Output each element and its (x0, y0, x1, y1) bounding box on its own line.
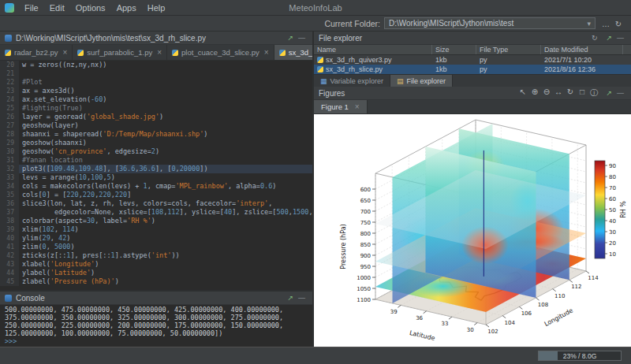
pan-icon[interactable]: ↔ (552, 87, 564, 98)
line-number: 27 (0, 121, 19, 130)
line-number: 26 (0, 113, 19, 121)
code-line: 43xlabel('Longitude') (0, 260, 312, 269)
editor-tab[interactable]: plot_cuace_3d_slice.py× (167, 45, 274, 60)
python-file-icon (5, 50, 11, 56)
svg-text:40: 40 (609, 218, 616, 225)
svg-text:1100: 1100 (357, 297, 371, 303)
svg-text:108: 108 (538, 302, 548, 308)
line-number: 22 (0, 78, 19, 87)
close-tab-icon[interactable]: × (264, 48, 269, 57)
svg-text:80: 80 (609, 174, 616, 180)
file-cell: 2021/8/16 12:36 (541, 65, 623, 73)
code-editor[interactable]: 20w = zeros((nz,ny,nx))2122#Plot23ax = a… (0, 61, 312, 290)
console-output[interactable]: 500.00000000, 475.00000000, 450.00000000… (0, 305, 312, 347)
file-explorer-panel: File explorer ↻ ↗— NameSizeFile TypeDate… (314, 32, 631, 87)
file-row[interactable]: sx_3d_rh_slice.py1kbpy2021/8/16 12:36 (314, 65, 631, 74)
full-extent-icon[interactable]: □ (576, 87, 588, 98)
line-number: 42 (0, 251, 19, 260)
svg-text:600: 600 (360, 187, 371, 193)
file-explorer-title-bar: File explorer ↻ ↗— (314, 32, 631, 45)
figure-tabrow: Figure 1 × (314, 100, 631, 114)
close-tab-icon[interactable]: × (62, 48, 67, 57)
svg-text:650: 650 (360, 198, 371, 204)
float-panel-icon[interactable]: ↗ (603, 89, 614, 97)
chevron-down-icon[interactable]: ▾ (584, 20, 593, 28)
code-line: 38colorbar(aspect=30, label='RH %') (0, 217, 312, 225)
svg-text:800: 800 (360, 231, 371, 237)
browse-folder-button[interactable]: … (599, 17, 612, 29)
file-cell: py (476, 65, 541, 73)
figure-canvas[interactable]: 600650700750800850900950100010501100Pres… (314, 114, 631, 347)
minimize-panel-icon[interactable]: — (296, 34, 308, 42)
file-row[interactable]: sx_3d_rh_quiver3.py1kbpy2021/7/1 10:20 (314, 55, 631, 65)
code-line: 45zlabel('Pressure (hPa)') (0, 277, 312, 286)
minimize-panel-icon[interactable]: — (614, 89, 626, 97)
column-header[interactable]: Date Modified (541, 45, 623, 54)
code-line: 26layer = georead('global_shade.jpg') (0, 113, 312, 121)
menu-apps[interactable]: Apps (111, 2, 142, 13)
minimize-panel-icon[interactable]: — (614, 34, 626, 42)
menu-options[interactable]: Options (70, 2, 111, 13)
close-tab-icon[interactable]: × (157, 48, 162, 57)
statusbar: 23% / 8.0G (0, 347, 631, 364)
file-table-rows: sx_3d_rh_quiver3.py1kbpy2021/7/1 10:20sx… (314, 55, 631, 74)
console-title-bar: Console ↗— (0, 292, 312, 305)
svg-text:700: 700 (360, 209, 371, 215)
menu-help[interactable]: Help (142, 2, 171, 13)
editor-tab-label: plot_cuace_3d_slice.py (181, 48, 259, 57)
code-line: 36slice3(lon, lat, z, rh, levs, colors=c… (0, 199, 312, 208)
svg-text:114: 114 (588, 275, 599, 281)
line-number: 29 (0, 139, 19, 147)
menu-edit[interactable]: Edit (44, 2, 70, 13)
svg-text:110: 110 (554, 293, 565, 299)
tab-variable-explorer[interactable]: ▦Variable explorer (314, 75, 390, 87)
float-panel-icon[interactable]: ↗ (285, 34, 296, 42)
line-number: 43 (0, 260, 19, 269)
column-header[interactable]: File Type (476, 45, 541, 54)
file-explorer-title: File explorer (319, 34, 362, 43)
code-line: 33levs = arange(10,100,5) (0, 173, 312, 182)
select-arrow-icon[interactable]: ↖ (517, 87, 528, 98)
svg-text:950: 950 (360, 264, 371, 270)
tab-file-explorer[interactable]: ▤File explorer (390, 75, 453, 87)
zoom-out-icon[interactable]: ⊖ (540, 87, 552, 98)
code-line: 42zticks(z[::1], pres[::1].astype('int')… (0, 251, 312, 260)
editor-tab[interactable]: sx_3d_rh_slice.py× (274, 45, 312, 60)
editor-title-bar: D:\Working\MIScript\Jython\mis\test\sx_3… (0, 32, 312, 45)
rotate-icon[interactable]: ↻ (564, 87, 576, 98)
float-panel-icon[interactable]: ↗ (603, 34, 614, 42)
identify-icon[interactable]: ⓘ (588, 87, 599, 98)
svg-text:60: 60 (609, 196, 616, 202)
svg-text:30: 30 (609, 229, 616, 236)
float-panel-icon[interactable]: ↗ (285, 294, 296, 302)
code-line: 25#lighting(True) (0, 104, 312, 113)
app-logo-icon (5, 3, 14, 13)
close-tab-icon[interactable]: × (355, 102, 360, 111)
line-number: 31 (0, 156, 19, 165)
column-header[interactable]: Size (432, 45, 476, 54)
editor-tab-label: sx_3d_rh_slice.py (289, 48, 312, 57)
editor-tab[interactable]: radar_bz2.py× (0, 45, 73, 60)
file-cell: 1kb (432, 65, 476, 73)
menu-file[interactable]: File (19, 2, 44, 13)
minimize-panel-icon[interactable]: — (296, 294, 308, 302)
svg-text:RH %: RH % (620, 201, 627, 218)
code-line: 21 (0, 69, 312, 78)
svg-text:750: 750 (360, 220, 371, 226)
figure-tab[interactable]: Figure 1 × (314, 100, 368, 113)
zoom-in-icon[interactable]: ⊕ (528, 87, 540, 98)
menu-items: FileEditOptionsAppsHelp (19, 2, 170, 13)
column-header[interactable]: Name (314, 45, 432, 54)
main-area: D:\Working\MIScript\Jython\mis\test\sx_3… (0, 32, 631, 347)
refresh-icon[interactable]: ↻ (589, 34, 600, 42)
line-number: 24 (0, 95, 19, 104)
svg-text:70: 70 (609, 185, 616, 191)
line-number: 34 (0, 182, 19, 191)
refresh-folder-button[interactable]: ↻ (612, 17, 625, 29)
svg-text:106: 106 (521, 310, 532, 317)
editor-tab[interactable]: surf_parabolic_1.py× (73, 45, 167, 60)
file-cell: py (476, 56, 541, 64)
svg-text:36: 36 (416, 315, 423, 321)
current-folder-combobox[interactable]: D:\Working\MIScript\Jython\mis\test ▾ (384, 17, 596, 29)
console-prompt: >>> (5, 337, 308, 345)
